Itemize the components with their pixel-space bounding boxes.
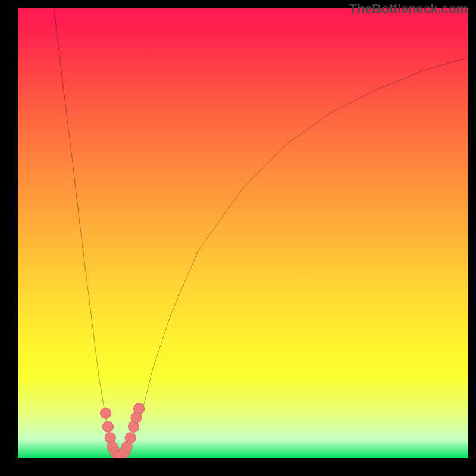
- data-marker: [134, 403, 145, 414]
- data-marker: [125, 433, 136, 443]
- data-marker: [101, 408, 111, 418]
- chart-frame: TheBottleneck.com: [0, 0, 476, 476]
- chart-svg: [18, 8, 468, 458]
- bottleneck-curve: [54, 8, 468, 456]
- data-marker: [102, 421, 113, 432]
- plot-area: [18, 8, 468, 458]
- watermark: TheBottleneck.com: [349, 1, 468, 17]
- curve-markers: [101, 403, 145, 458]
